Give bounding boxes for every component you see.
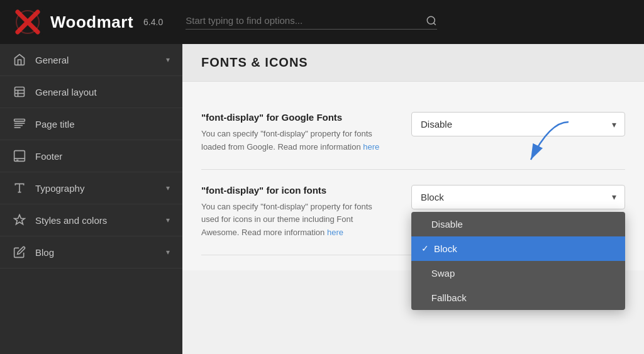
- sidebar-label-typography: Typography: [35, 183, 157, 194]
- logo-icon: [13, 7, 43, 37]
- sidebar-label-blog: Blog: [35, 247, 157, 258]
- dropdown-option-fallback[interactable]: Fallback: [411, 285, 625, 310]
- chevron-icon-styles: ▾: [166, 216, 170, 224]
- icon-fonts-select[interactable]: Block ▾ Disable ✓ Block: [411, 185, 625, 209]
- logo-text: Woodmart: [50, 13, 133, 32]
- icon-fonts-select-display[interactable]: Block: [411, 185, 625, 209]
- setting-control-icon: Block ▾ Disable ✓ Block: [411, 185, 625, 209]
- setting-desc-google: You can specify "font-display" property …: [201, 128, 386, 154]
- section-title: FONTS & ICONS: [201, 55, 625, 70]
- dropdown-option-block[interactable]: ✓ Block: [411, 236, 625, 261]
- icon-fonts-link[interactable]: here: [327, 228, 343, 237]
- svg-rect-10: [14, 119, 25, 121]
- chevron-icon-typography: ▾: [166, 184, 170, 192]
- chevron-icon-general: ▾: [166, 55, 170, 64]
- google-fonts-select[interactable]: Disable ▾: [411, 112, 625, 136]
- settings-row-icon-fonts: "font-display" for icon fonts You can sp…: [201, 170, 625, 255]
- setting-control-google: Disable ▾: [411, 112, 625, 136]
- dropdown-option-swap[interactable]: Swap: [411, 261, 625, 285]
- home-icon: [13, 53, 26, 67]
- sidebar-item-page-title[interactable]: Page title: [0, 108, 182, 140]
- sidebar-item-styles-colors[interactable]: Styles and colors ▾: [0, 204, 182, 236]
- sidebar-item-footer[interactable]: Footer: [0, 140, 182, 172]
- version-badge: 6.4.0: [143, 17, 163, 27]
- sidebar-item-general[interactable]: General ▾: [0, 44, 182, 76]
- setting-desc-icon: You can specify "font-display" property …: [201, 201, 386, 240]
- main-layout: General ▾ General layout: [0, 44, 644, 354]
- logo-container: Woodmart 6.4.0: [13, 7, 163, 37]
- search-icon: [426, 15, 437, 26]
- google-fonts-link[interactable]: here: [363, 142, 379, 152]
- icon-fonts-dropdown[interactable]: Disable ✓ Block Swap: [411, 212, 625, 310]
- settings-row-google-fonts: "font-display" for Google Fonts You can …: [201, 97, 625, 170]
- search-bar[interactable]: [186, 15, 437, 30]
- styles-icon: [13, 213, 26, 227]
- sidebar-label-styles: Styles and colors: [35, 215, 157, 226]
- typography-icon: [13, 181, 26, 195]
- sidebar: General ▾ General layout: [0, 44, 182, 354]
- blog-icon: [13, 245, 26, 259]
- sidebar-label-general-layout: General layout: [35, 87, 170, 97]
- sidebar-item-typography[interactable]: Typography ▾: [0, 172, 182, 204]
- content-area: FONTS & ICONS "font-display" for Google …: [182, 44, 644, 354]
- sidebar-item-general-layout[interactable]: General layout: [0, 76, 182, 108]
- select-chevron-icon-2: ▾: [612, 192, 616, 202]
- sidebar-item-blog[interactable]: Blog ▾: [0, 236, 182, 268]
- chevron-icon-blog: ▾: [166, 248, 170, 257]
- setting-label-icon: "font-display" for icon fonts: [201, 185, 386, 196]
- footer-icon: [13, 149, 26, 163]
- app-header: Woodmart 6.4.0: [0, 0, 644, 44]
- layout-icon: [13, 85, 26, 99]
- setting-info-icon: "font-display" for icon fonts You can sp…: [201, 185, 386, 240]
- setting-label-google: "font-display" for Google Fonts: [201, 112, 386, 123]
- sidebar-label-footer: Footer: [35, 151, 170, 162]
- setting-info-google: "font-display" for Google Fonts You can …: [201, 112, 386, 154]
- sidebar-label-page-title: Page title: [35, 119, 170, 130]
- dropdown-option-disable[interactable]: Disable: [411, 212, 625, 236]
- svg-point-4: [427, 16, 435, 24]
- svg-rect-14: [14, 151, 25, 162]
- select-chevron-icon: ▾: [612, 119, 616, 130]
- google-fonts-select-display[interactable]: Disable: [411, 112, 625, 136]
- svg-line-5: [434, 23, 436, 25]
- page-title-icon: [13, 117, 26, 131]
- sidebar-label-general: General: [35, 55, 157, 65]
- content-body: "font-display" for Google Fonts You can …: [182, 82, 644, 270]
- content-header: FONTS & ICONS: [182, 44, 644, 82]
- svg-rect-6: [15, 87, 25, 97]
- search-input[interactable]: [186, 15, 421, 26]
